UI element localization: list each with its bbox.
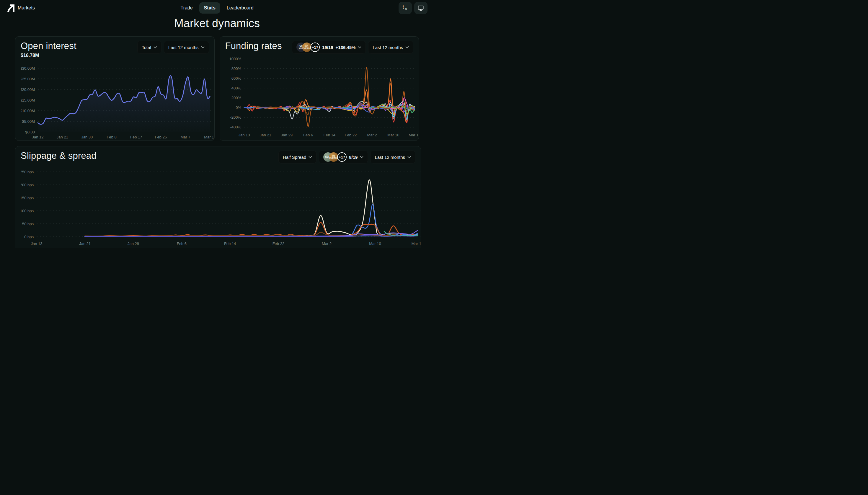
svg-text:-400%: -400% (230, 125, 241, 129)
svg-text:1000%: 1000% (229, 57, 241, 61)
token-overflow-badge: +17 (337, 152, 346, 162)
svg-text:0%: 0% (236, 105, 241, 110)
svg-text:Feb 17: Feb 17 (130, 135, 142, 139)
funding-rates-card: Funding rates USOILUSENERGY +17 19/19 +1… (220, 36, 419, 141)
token-overflow-badge: +17 (310, 42, 320, 52)
svg-text:$20.00M: $20.00M (21, 87, 35, 92)
open-interest-title: Open interest (21, 41, 76, 51)
funding-range-label: Last 12 months (373, 45, 403, 50)
svg-text:$10.00M: $10.00M (21, 109, 35, 113)
svg-text:-200%: -200% (230, 115, 241, 120)
chevron-down-icon (407, 156, 411, 158)
slippage-metric-dropdown[interactable]: Half Spread (278, 151, 317, 164)
brand-name: Markets (18, 5, 35, 11)
svg-text:Mar 2: Mar 2 (322, 241, 331, 246)
oi-metric-dropdown[interactable]: Total (137, 41, 161, 54)
funding-rates-title: Funding rates (225, 41, 282, 51)
top-nav: Markets Trade Stats Leaderboard ṫ A (0, 0, 434, 15)
open-interest-chart: $30.00M$25.00M$20.00M$15.00M$10.00M$5.00… (21, 59, 214, 141)
svg-text:Jan 13: Jan 13 (31, 241, 42, 246)
chevron-down-icon (358, 46, 361, 48)
svg-text:A: A (405, 7, 407, 11)
svg-text:250 bps: 250 bps (21, 170, 34, 174)
slippage-token-filter-dropdown[interactable]: SEMIUSENERGY +17 8/19 (319, 151, 368, 164)
svg-text:$25.00M: $25.00M (21, 77, 35, 81)
slippage-title: Slippage & spread (21, 151, 97, 161)
slippage-spread-card: Slippage & spread Half Spread SEMIUSENER… (15, 146, 421, 248)
svg-text:Mar 2: Mar 2 (367, 133, 377, 137)
markets-logo-icon (6, 4, 15, 12)
chevron-down-icon (201, 46, 205, 48)
svg-text:$0.00: $0.00 (25, 130, 35, 134)
open-interest-card: Open interest $16.78M Total Last 12 mont… (15, 36, 215, 141)
dashboard: Open interest $16.78M Total Last 12 mont… (0, 36, 434, 248)
chevron-down-icon (308, 156, 312, 158)
language-button[interactable]: ṫ A (398, 2, 412, 14)
svg-text:Mar 10: Mar 10 (369, 241, 381, 246)
svg-text:Feb 26: Feb 26 (155, 135, 167, 139)
oi-range-dropdown[interactable]: Last 12 months (164, 41, 209, 54)
display-icon (417, 4, 424, 12)
svg-text:$5.00M: $5.00M (22, 119, 35, 124)
svg-text:Jan 30: Jan 30 (81, 135, 93, 139)
slippage-metric-label: Half Spread (283, 155, 306, 160)
chevron-down-icon (360, 156, 363, 158)
svg-text:600%: 600% (231, 76, 241, 81)
oi-range-label: Last 12 months (168, 45, 199, 50)
token-avatars: SEMIUSENERGY (323, 152, 338, 162)
svg-text:$30.00M: $30.00M (21, 66, 35, 71)
svg-text:Jan 13: Jan 13 (238, 133, 250, 137)
svg-text:Jan 21: Jan 21 (57, 135, 68, 139)
svg-text:Feb 22: Feb 22 (273, 241, 284, 246)
svg-text:Mar 17: Mar 17 (412, 241, 421, 246)
token-count: 8/19 (349, 155, 358, 160)
chevron-down-icon (405, 46, 409, 48)
display-mode-button[interactable] (414, 2, 427, 14)
svg-text:Jan 12: Jan 12 (32, 135, 44, 139)
slippage-spread-chart: 250 bps200 bps150 bps100 bps50 bps0 bpsJ… (21, 164, 421, 248)
svg-text:100 bps: 100 bps (21, 209, 34, 213)
chevron-down-icon (154, 46, 157, 48)
svg-text:$15.00M: $15.00M (21, 98, 35, 102)
tab-leaderboard[interactable]: Leaderboard (222, 2, 258, 14)
token-count: 19/19 (322, 45, 333, 50)
svg-text:0 bps: 0 bps (24, 235, 34, 239)
brand[interactable]: Markets (6, 4, 107, 12)
funding-token-filter-dropdown[interactable]: USOILUSENERGY +17 19/19 +136.45% (292, 41, 366, 54)
svg-text:150 bps: 150 bps (21, 196, 34, 200)
svg-text:Feb 6: Feb 6 (177, 241, 187, 246)
funding-rates-chart: 1000%800%600%400%200%0%-200%-400%Jan 13J… (225, 54, 418, 139)
svg-text:Mar 7: Mar 7 (181, 135, 190, 139)
open-interest-value: $16.78M (21, 53, 76, 58)
svg-text:200%: 200% (231, 96, 241, 100)
svg-text:Feb 22: Feb 22 (344, 133, 356, 137)
svg-text:Jan 29: Jan 29 (281, 133, 292, 137)
tab-trade[interactable]: Trade (176, 2, 197, 14)
funding-change: +136.45% (335, 45, 356, 50)
translate-icon: ṫ A (402, 4, 409, 12)
tab-stats[interactable]: Stats (199, 2, 220, 14)
funding-range-dropdown[interactable]: Last 12 months (368, 41, 413, 54)
svg-text:Feb 8: Feb 8 (106, 135, 116, 139)
oi-metric-label: Total (142, 45, 151, 50)
svg-text:400%: 400% (231, 86, 241, 90)
svg-text:Jan 29: Jan 29 (127, 241, 139, 246)
svg-text:Feb 14: Feb 14 (224, 241, 236, 246)
nav-actions: ṫ A (327, 2, 427, 14)
slippage-range-label: Last 12 months (375, 155, 405, 160)
page-title: Market dynamics (0, 17, 434, 30)
svg-text:Mar 18: Mar 18 (409, 133, 418, 137)
svg-text:Jan 21: Jan 21 (79, 241, 91, 246)
svg-text:200 bps: 200 bps (21, 183, 34, 187)
svg-text:Feb 6: Feb 6 (303, 133, 313, 137)
svg-text:50 bps: 50 bps (22, 222, 34, 226)
nav-tabs: Trade Stats Leaderboard (176, 2, 258, 14)
svg-text:Feb 14: Feb 14 (323, 133, 335, 137)
svg-text:Jan 21: Jan 21 (259, 133, 271, 137)
token-avatars: USOILUSENERGY (296, 42, 311, 52)
svg-text:Mar 16: Mar 16 (204, 135, 214, 139)
svg-text:800%: 800% (231, 66, 241, 71)
slippage-range-dropdown[interactable]: Last 12 months (370, 151, 415, 164)
svg-text:Mar 10: Mar 10 (387, 133, 399, 137)
svg-text:ṫ: ṫ (403, 5, 404, 10)
